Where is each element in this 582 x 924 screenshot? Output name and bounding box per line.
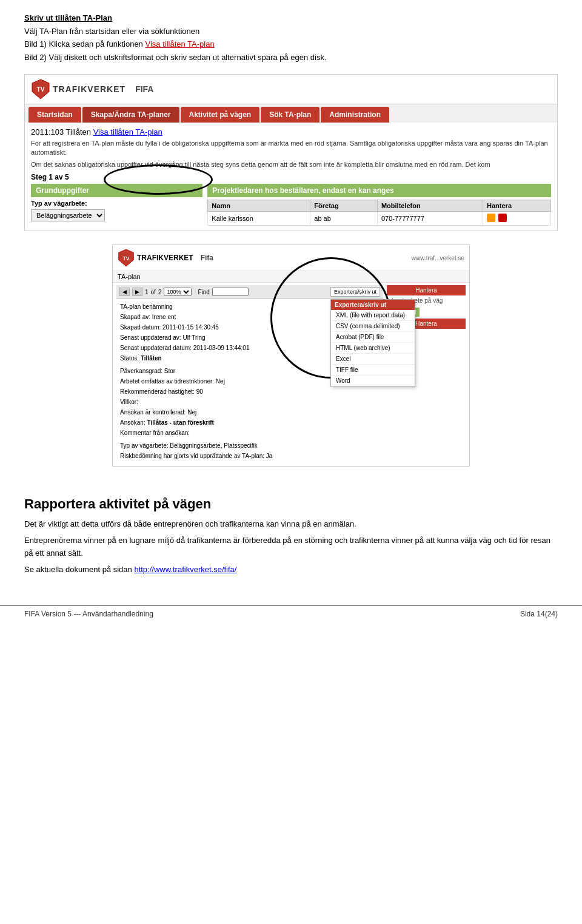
trafikverket-text-2: TRAFIKVERKET [137,254,193,262]
rapportera-body1: Det är viktigt att detta utförs då både … [24,518,558,531]
ta-plan-title: 2011:103 Tillåten Visa tillåten TA-plan [31,127,551,137]
intro-line-3: Bild 2) Välj diskett och utskriftsformat… [24,52,558,64]
page-num: 1 [145,289,149,295]
nav-skapa[interactable]: Skapa/Ändra TA-planer [82,107,179,123]
nav-bar-1: Startsidan Skapa/Ändra TA-planer Aktivit… [25,104,557,123]
col-mobil: Mobiltelefon [377,200,483,212]
find-label: Find [198,289,209,295]
intro-line-1: Välj TA-Plan från startsidan eller via s… [24,25,558,38]
viewer-toolbar: ◀ ▶ 1 of 2 100% Find Exportera/skriv ut [116,285,383,299]
info-line-p9: Riskbedömning har gjorts vid upprättande… [120,451,380,461]
edit-icon[interactable] [487,214,495,222]
page-total: 2 [158,289,162,295]
tv-header-1: TV TRAFIKVERKET FIFA [25,75,557,104]
nav-administration[interactable]: Administration [321,107,389,123]
table-row: Kalle karlsson ab ab 070-77777777 [208,212,551,226]
vagarbete-select[interactable]: Beläggningsarbete [31,209,105,221]
field-label-vagarbete: Typ av vägarbete: [31,200,87,207]
export-pdf[interactable]: Acrobat (PDF) file [331,332,415,343]
field-select-row: Beläggningsarbete [31,209,202,221]
export-csv[interactable]: CSV (comma delimited) [331,321,415,332]
footer-left: FIFA Version 5 --- Användarhandledning [24,610,153,618]
trafikverket-shield-icon-2: TV [118,248,135,268]
col-hantera: Hantera [483,200,551,212]
cell-namn: Kalle karlsson [208,212,310,226]
ta-plan-viewer: ◀ ▶ 1 of 2 100% Find Exportera/skriv ut [116,285,383,464]
info-line-p6: Ansökan: Tillåtas - utan föreskrift [120,417,380,428]
hantera-btn-1[interactable]: Hantera [387,285,466,295]
svg-text:TV: TV [122,255,129,261]
cell-mobil: 070-77777777 [377,212,483,226]
visa-link-ref: Visa tillåten TA-plan [145,39,214,49]
screenshot-1: TV TRAFIKVERKET FIFA Startsidan Skapa/Än… [24,74,558,231]
form-sections: Grunduppgifter Typ av vägarbete: Beläggn… [31,184,551,226]
form-right: Projektledaren hos beställaren, endast e… [207,184,551,226]
step-indicator: Steg 1 av 5 [31,173,551,181]
tv-header-2: TV TRAFIKVERKET Fifa www.traf...verket.s… [113,245,469,271]
page-footer: FIFA Version 5 --- Användarhandledning S… [0,605,582,622]
export-xml[interactable]: XML (file with report data) [331,310,415,321]
field-row-vagarbete: Typ av vägarbete: [31,200,202,207]
screenshot2-wrapper: TV TRAFIKVERKET Fifa www.traf...verket.s… [24,244,558,480]
header-fifa-2: Fifa [201,254,213,262]
nav-aktivitet[interactable]: Aktivitet på vägen [181,107,260,123]
col-namn: Namn [208,200,310,212]
trafikverket-logo: TV TRAFIKVERKET [31,78,125,100]
export-btn[interactable]: Exportera/skriv ut [330,287,380,297]
col-foretag: Företag [310,200,378,212]
delete-icon[interactable] [498,214,507,222]
screenshot2-content: ◀ ▶ 1 of 2 100% Find Exportera/skriv ut [113,283,469,466]
rapportera-section: Rapportera aktivitet på vägen Det är vik… [24,493,558,576]
screenshot1-content: 2011:103 Tillåten Visa tillåten TA-plan … [25,123,557,231]
intro-line-2: Bild 1) Klicka sedan på funktionen Visa … [24,38,558,50]
info-text-2: Om det saknas obligatoriska uppgifter vi… [31,160,551,169]
export-dropdown-header: Exportera/skriv ut [331,300,415,310]
form-left: Grunduppgifter Typ av vägarbete: Beläggn… [31,184,202,226]
cell-foretag: ab ab [310,212,378,226]
footer-right: Sida 14(24) [520,610,558,618]
info-line-p4: Villkor: [120,397,380,407]
screenshot-2: TV TRAFIKVERKET Fifa www.traf...verket.s… [112,244,470,467]
nav-sok[interactable]: Sök TA-plan [261,107,319,123]
header-fifa-label: FIFA [135,84,153,94]
export-dropdown: Exportera/skriv ut XML (file with report… [330,299,415,387]
zoom-select[interactable]: 100% [164,288,192,296]
info-text-1: För att registrera en TA-plan måste du f… [31,139,551,158]
info-line-p8: Typ av vägarbete: Beläggningsarbete, Pla… [120,440,380,451]
nav-startsidan[interactable]: Startsidan [28,107,81,123]
trafikverket-text: TRAFIKVERKET [53,84,125,94]
cell-actions [483,212,551,226]
intro-section: Skriv ut tillåten TA-Plan Välj TA-Plan f… [24,12,558,63]
trafikverket-link[interactable]: http://www.trafikverket.se/fifa/ [134,565,236,574]
svg-text:TV: TV [37,86,45,93]
trafikverket-shield-icon: TV [31,78,50,100]
export-tiff[interactable]: TIFF file [331,365,415,376]
info-line-p7: Kommentar från ansökan: [120,428,380,438]
export-container: Exportera/skriv ut Exportera/skriv ut XM… [330,287,380,297]
left-section-header: Grunduppgifter [31,184,202,197]
info-line-p5: Ansökan är kontrollerad: Nej [120,407,380,417]
export-excel[interactable]: Excel [331,354,415,365]
export-word[interactable]: Word [331,376,415,386]
prev-page-btn[interactable]: ◀ [119,288,130,296]
rapportera-body2: Entreprenörerna vinner på en lugnare mil… [24,535,558,560]
site-url: www.traf...verket.se [412,255,464,261]
next-page-btn[interactable]: ▶ [132,288,142,296]
trafikverket-logo-2: TV TRAFIKVERKET [118,248,193,268]
find-input[interactable] [212,288,249,296]
ta-plan-label: TA-plan [113,271,469,283]
rapportera-title: Rapportera aktivitet på vägen [24,493,558,514]
visa-tillaten-link[interactable]: Visa tillåten TA-plan [93,127,162,137]
right-section-header: Projektledaren hos beställaren, endast e… [207,184,551,197]
rapportera-see-docs: Se aktuella dokument på sidan http://www… [24,564,558,576]
project-table: Namn Företag Mobiltelefon Hantera Kalle … [207,200,551,226]
export-html[interactable]: HTML (web archive) [331,343,415,354]
intro-title: Skriv ut tillåten TA-Plan [24,13,112,22]
page-of-label: of [151,289,156,295]
info-line-p3: Rekommenderad hastighet: 90 [120,386,380,397]
